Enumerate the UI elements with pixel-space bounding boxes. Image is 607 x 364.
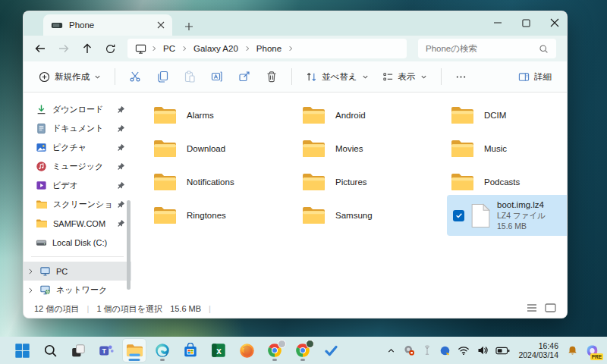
thumbnail-view-icon[interactable] [545, 303, 556, 314]
taskbar-chrome-2-icon[interactable] [291, 339, 314, 362]
command-bar: 新規作成 並べ替え 表示 [24, 61, 567, 93]
folder-dcim[interactable]: DCIM [447, 99, 568, 132]
folder-music[interactable]: Music [447, 132, 568, 165]
rename-button[interactable] [205, 66, 229, 87]
minimize-button[interactable] [493, 18, 502, 27]
titlebar[interactable]: Phone [24, 11, 567, 36]
sidebar-item-[interactable]: ドキュメント [24, 119, 131, 138]
sort-button[interactable]: 並べ替え [300, 67, 375, 87]
taskbar-clock[interactable]: 16:46 2024/03/14 [517, 341, 560, 360]
ellipsis-icon [455, 71, 467, 83]
folder-podcasts[interactable]: Podcasts [447, 165, 568, 199]
taskbar-firefox-icon[interactable] [235, 339, 258, 362]
sidebar-item-[interactable]: ネットワーク [24, 281, 131, 300]
details-pane-button[interactable]: 詳細 [512, 67, 558, 87]
chrome-profile-badge [278, 340, 286, 348]
sync-alert-icon[interactable] [403, 344, 415, 356]
breadcrumb-chevron-icon [242, 45, 253, 52]
chevron-right-icon[interactable] [27, 268, 34, 275]
antenna-icon[interactable] [422, 345, 432, 356]
folder-android[interactable]: Android [298, 99, 447, 132]
taskbar-chrome-icon[interactable] [263, 339, 286, 362]
presence-icon[interactable] [439, 345, 451, 356]
share-button[interactable] [232, 66, 256, 87]
close-button[interactable] [550, 18, 559, 27]
maximize-button[interactable] [522, 19, 530, 27]
explorer-tab[interactable]: Phone [43, 14, 172, 36]
taskbar-start-icon[interactable] [11, 339, 33, 362]
address-bar[interactable]: PCGalaxy A20Phone [127, 39, 407, 58]
clock-date: 2024/03/14 [518, 350, 558, 360]
tab-close-icon[interactable] [157, 21, 165, 29]
folder-samsung[interactable]: Samsung [298, 199, 447, 232]
sidebar-item-[interactable]: スクリーンショッ [24, 195, 131, 214]
folder-icon [36, 218, 48, 228]
back-icon[interactable] [34, 42, 46, 55]
wifi-icon[interactable] [458, 344, 470, 356]
sidebar-item-[interactable]: ピクチャ [24, 138, 131, 157]
folder-ringtones[interactable]: Ringtones [149, 199, 298, 232]
breadcrumb-item-galaxy-a20[interactable]: Galaxy A20 [190, 42, 242, 55]
sidebar-scrollbar[interactable] [127, 200, 131, 290]
taskbar-task-view-icon[interactable] [67, 339, 90, 362]
battery-icon[interactable] [495, 346, 510, 356]
taskbar-explorer-icon[interactable] [123, 339, 146, 362]
checkbox-checked-icon[interactable] [453, 210, 464, 221]
folder-notifications[interactable]: Notifications [149, 165, 298, 199]
chevron-right-icon[interactable] [27, 287, 34, 294]
taskbar-teams-icon[interactable]: T [95, 339, 118, 362]
folder-label: Download [187, 144, 225, 153]
new-tab-button[interactable] [184, 22, 193, 31]
folder-alarms[interactable]: Alarms [149, 99, 298, 132]
folder-pictures[interactable]: Pictures [298, 165, 447, 199]
up-icon[interactable] [81, 42, 93, 55]
folder-icon [301, 138, 326, 160]
file-type: LZ4 ファイル [497, 210, 546, 221]
sidebar-item-pc[interactable]: PC [24, 262, 131, 281]
chevron-up-icon[interactable] [386, 346, 396, 356]
more-options-button[interactable] [449, 67, 473, 87]
taskbar-store-icon[interactable] [179, 339, 202, 362]
copilot-icon[interactable]: PRE [585, 344, 599, 358]
file-name: boot.img.lz4 [497, 199, 546, 210]
item-count: 12 個の項目 [34, 303, 80, 315]
volume-icon[interactable] [476, 344, 489, 356]
folder-label: Movies [335, 144, 363, 153]
folder-icon [153, 138, 178, 160]
search-icon[interactable] [539, 44, 549, 54]
paste-icon [184, 71, 196, 83]
sidebar-item-label: ドキュメント [52, 123, 104, 134]
taskbar-search-icon[interactable] [39, 339, 61, 362]
taskbar-edge-icon[interactable] [151, 339, 174, 362]
file-list-area[interactable]: AlarmsAndroidDCIMDownloadMoviesMusicNoti… [131, 93, 568, 300]
new-button[interactable]: 新規作成 [33, 67, 107, 87]
breadcrumb-item-phone[interactable]: Phone [253, 42, 285, 55]
sidebar-item-[interactable]: ミュージック [24, 157, 131, 176]
breadcrumb-item-pc[interactable]: PC [159, 42, 179, 55]
search-box[interactable]: Phoneの検索 [418, 39, 556, 58]
sidebar-item-samfw-com[interactable]: SAMFW.COM [24, 214, 131, 233]
svg-text:T: T [102, 347, 107, 355]
sort-icon [306, 71, 317, 83]
sidebar-item-local-disk-c[interactable]: Local Disk (C:) [24, 233, 131, 252]
folder-download[interactable]: Download [149, 132, 298, 165]
monitor-icon[interactable] [134, 43, 148, 55]
taskbar-todo-icon[interactable] [319, 339, 342, 362]
forward-icon[interactable] [58, 42, 70, 55]
selected-file-boot-img[interactable]: boot.img.lz4 LZ4 ファイル 15.6 MB [447, 195, 568, 236]
list-view-icon[interactable] [527, 303, 537, 314]
sidebar-item-[interactable]: ビデオ [24, 176, 131, 195]
view-button[interactable]: 表示 [376, 67, 433, 87]
rename-icon [211, 71, 223, 83]
sidebar-item-[interactable]: ダウンロード [24, 100, 131, 119]
cut-button[interactable] [123, 66, 147, 87]
notification-bell-icon[interactable] [567, 345, 578, 356]
drive-icon [36, 237, 47, 248]
folder-label: Samsung [335, 211, 373, 220]
folder-movies[interactable]: Movies [298, 132, 447, 165]
clock-time: 16:46 [518, 341, 558, 351]
refresh-icon[interactable] [105, 43, 116, 55]
copy-button[interactable] [150, 66, 175, 87]
delete-button[interactable] [259, 66, 284, 87]
taskbar-excel-icon[interactable]: x [207, 339, 230, 362]
